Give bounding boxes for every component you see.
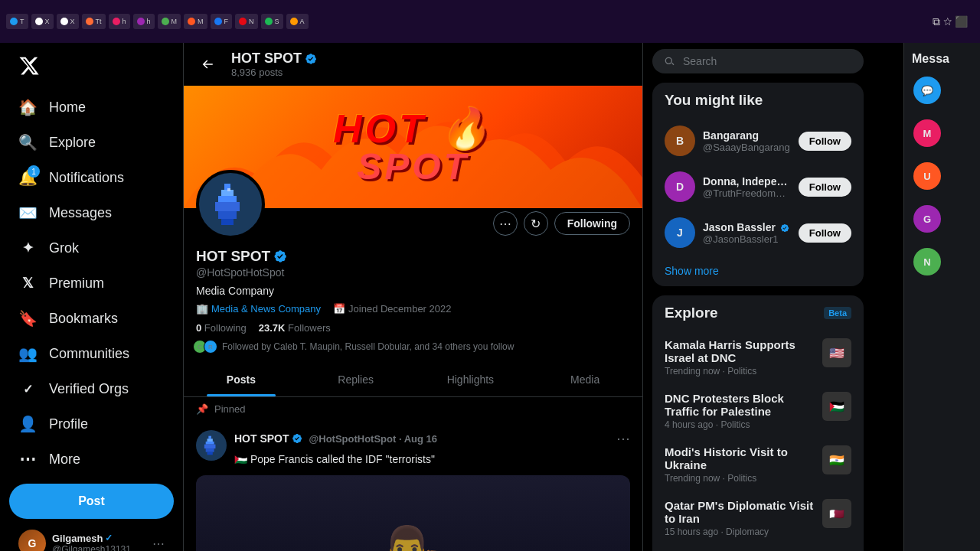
browser-tab[interactable]: X [57, 14, 79, 29]
browser-controls[interactable]: ⧉ ☆ ⬛ [933, 15, 968, 28]
right-sidebar: You might like B Bangarang @SaaayBangara… [643, 43, 873, 551]
followers-stat[interactable]: 23.7K Followers [259, 322, 331, 334]
explore-item-2[interactable]: Modi's Historic Visit to Ukraine Trendin… [652, 438, 864, 491]
refresh-button[interactable]: ↻ [524, 211, 548, 236]
follow-button-0[interactable]: Follow [799, 132, 851, 151]
suggestion-item-1[interactable]: D Donna, Independen @TruthFreedomPe1 Fol… [652, 164, 864, 210]
follow-button-2[interactable]: Follow [799, 223, 851, 243]
profile-bio: Media Company [196, 285, 630, 297]
explore-item-3[interactable]: Qatar PM's Diplomatic Visit to Iran 15 h… [652, 491, 864, 545]
sidebar-label-communities: Communities [49, 346, 129, 362]
profile-topbar: HOT SPOT 8,936 posts [184, 43, 642, 86]
sidebar-item-grok[interactable]: ✦ Grok [9, 231, 174, 265]
suggestion-avatar-2: J [665, 217, 695, 248]
sidebar: 🏠 Home 🔍 Explore 🔔 1 Notifications ✉️ Me… [0, 43, 184, 551]
sidebar-label-premium: Premium [49, 276, 104, 292]
search-input[interactable] [683, 55, 853, 67]
sidebar-item-verified-orgs[interactable]: ✓ Verified Orgs [9, 372, 174, 406]
follow-button-1[interactable]: Follow [799, 178, 851, 197]
tweet-avatar[interactable] [196, 430, 227, 461]
explore-item-0[interactable]: Kamala Harris Supports Israel at DNC Tre… [652, 331, 864, 384]
sidebar-label-explore: Explore [49, 135, 96, 151]
following-button[interactable]: Following [554, 212, 630, 235]
sidebar-label-grok: Grok [49, 240, 79, 256]
suggestion-name-2: Jason Bassler [703, 221, 791, 233]
more-actions-button[interactable]: ⋯ [493, 211, 518, 236]
browser-tab[interactable]: N [235, 14, 258, 29]
sidebar-item-profile[interactable]: 👤 Profile [9, 407, 174, 441]
sidebar-user[interactable]: G Gilgamesh ✓ @Gilgamesh13131 ⋯ [9, 522, 174, 551]
tweet-text: 🇵🇸 Pope Francis called the IDF "terroris… [234, 452, 630, 468]
profile-name: HOT SPOT [196, 248, 630, 265]
tab-replies[interactable]: Replies [299, 363, 413, 396]
explore-item-img-0: 🇺🇸 [822, 338, 851, 367]
explore-title: Explore [665, 305, 718, 321]
svg-rect-5 [221, 219, 234, 225]
tab-highlights[interactable]: Highlights [413, 363, 528, 396]
back-button[interactable] [196, 53, 219, 76]
browser-tab[interactable]: S [261, 14, 283, 29]
browser-tab[interactable]: Tt [82, 14, 106, 29]
mail-icon: ✉️ [18, 204, 37, 222]
msg-avatar-3: G [913, 205, 941, 233]
browser-tab[interactable]: F [211, 14, 233, 29]
profile-meta-joined: 📅 Joined December 2022 [333, 303, 451, 315]
following-stat[interactable]: 0 Following [196, 322, 247, 334]
explore-item-title-1: DNC Protesters Block Traffic for Palesti… [665, 392, 815, 418]
suggestion-item-0[interactable]: B Bangarang @SaaayBangarang Follow [652, 118, 864, 164]
msg-item-4[interactable]: N [909, 243, 975, 280]
tab-media[interactable]: Media [528, 363, 642, 396]
explore-item-img-3: 🇶🇦 [822, 499, 851, 528]
briefcase-icon: 🏢 [196, 303, 208, 315]
browser-tab[interactable]: T [6, 14, 28, 29]
svg-rect-9 [206, 442, 214, 445]
verified-checkmark: ✓ [105, 533, 113, 543]
browser-tab[interactable]: X [31, 14, 54, 29]
tweet-info: HOT SPOT @HotSpotHotSpot · Aug 16 ⋯ 🇵🇸 P… [234, 430, 630, 468]
profile-meta-type: 🏢 Media & News Company [196, 303, 321, 315]
tab-posts[interactable]: Posts [184, 363, 299, 396]
x-logo[interactable] [9, 49, 174, 86]
browser-tab[interactable]: h [133, 14, 155, 29]
bookmark-icon: 🔖 [18, 309, 37, 328]
profile-handle: @HotSpotHotSpot [196, 266, 630, 279]
explore-show-more-link[interactable]: Show more [652, 545, 864, 551]
svg-rect-11 [206, 448, 214, 452]
sidebar-item-more[interactable]: ⋯ More [9, 442, 174, 476]
msg-item-3[interactable]: G [909, 201, 975, 237]
profile-topbar-posts: 8,936 posts [231, 67, 317, 78]
browser-tab[interactable]: M [184, 14, 207, 29]
suggestion-item-2[interactable]: J Jason Bassler @JasonBassler1 Follow [652, 210, 864, 256]
suggestion-name-1: Donna, Independen [703, 175, 791, 187]
tweet-media[interactable]: 👨‍⚖️ Watch again 0:00 [196, 475, 630, 551]
tweet-author-name: HOT SPOT @HotSpotHotSpot · Aug 16 [234, 432, 437, 445]
browser-tab[interactable]: h [109, 14, 130, 29]
sidebar-item-bookmarks[interactable]: 🔖 Bookmarks [9, 302, 174, 335]
sidebar-item-premium[interactable]: 𝕏 Premium [9, 266, 174, 300]
sidebar-item-notifications[interactable]: 🔔 1 Notifications [9, 161, 174, 194]
suggestion-info-0: Bangarang @SaaayBangarang [703, 129, 791, 153]
msg-avatar-4: N [913, 248, 941, 276]
sidebar-label-messages: Messages [49, 205, 112, 221]
search-input-wrap[interactable] [652, 49, 864, 73]
profile-avatar [196, 170, 265, 239]
sidebar-item-messages[interactable]: ✉️ Messages [9, 196, 174, 230]
followed-avatars: C R [196, 340, 217, 354]
tweet-name-row: HOT SPOT @HotSpotHotSpot · Aug 16 ⋯ [234, 430, 630, 447]
explore-item-meta-0: Trending now · Politics [665, 366, 815, 377]
msg-item-1[interactable]: M [909, 115, 975, 152]
show-more-link[interactable]: Show more [652, 256, 864, 286]
sidebar-item-home[interactable]: 🏠 Home [9, 90, 174, 124]
search-icon [663, 55, 675, 67]
post-button[interactable]: Post [9, 484, 174, 519]
tweet-more-button[interactable]: ⋯ [616, 430, 630, 447]
message-overlay-title: Messa [909, 52, 975, 66]
explore-item-1[interactable]: DNC Protesters Block Traffic for Palesti… [652, 384, 864, 438]
msg-item-2[interactable]: U [909, 158, 975, 194]
msg-item-0[interactable]: 💬 [909, 72, 975, 109]
sidebar-item-explore[interactable]: 🔍 Explore [9, 126, 174, 159]
browser-tab[interactable]: M [158, 14, 181, 29]
sidebar-label-notifications: Notifications [49, 170, 124, 186]
browser-tab[interactable]: A [286, 14, 309, 29]
sidebar-item-communities[interactable]: 👥 Communities [9, 337, 174, 370]
